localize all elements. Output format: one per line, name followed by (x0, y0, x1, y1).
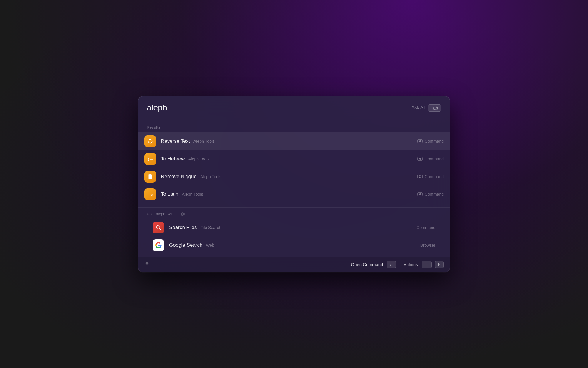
google-search-icon (153, 239, 164, 251)
tab-badge: Tab (428, 104, 441, 112)
bottom-divider (400, 262, 400, 268)
to-hebrew-icon: נ← (144, 153, 156, 165)
to-latin-name: To Latin (161, 191, 178, 197)
to-hebrew-name: To Hebrew (161, 156, 185, 162)
cmd-key-badge: ⌘ (422, 261, 432, 268)
k-key-badge: K (435, 261, 444, 268)
command-icon-2 (417, 157, 423, 161)
bottom-bar: Open Command ↵ Actions ⌘ K (138, 257, 450, 272)
search-files-content: Search Files File Search (169, 225, 412, 231)
command-icon-4 (417, 192, 423, 196)
use-with-section: Use "aleph" with... Search Files File Se… (138, 207, 450, 257)
to-hebrew-shortcut: Command (417, 157, 444, 161)
remove-niqqud-name: Remove Niqqud (161, 174, 197, 180)
google-search-source: Web (206, 243, 214, 248)
result-item-remove-niqqud[interactable]: Remove Niqqud Aleph Tools Command (138, 168, 450, 185)
remove-niqqud-icon (144, 171, 156, 183)
reverse-text-content: Reverse Text Aleph Tools (161, 138, 413, 144)
to-latin-source: Aleph Tools (182, 192, 203, 197)
google-search-content: Google Search Web (169, 242, 416, 248)
to-latin-content: To Latin Aleph Tools (161, 191, 413, 197)
to-latin-shortcut-label: Command (425, 192, 444, 197)
reverse-text-shortcut-label: Command (425, 139, 444, 144)
to-hebrew-shortcut-label: Command (425, 157, 444, 161)
svg-text:→a: →a (147, 192, 153, 197)
search-files-name: Search Files (169, 225, 197, 231)
to-hebrew-source: Aleph Tools (188, 157, 209, 161)
command-icon (417, 139, 423, 143)
ask-ai-container: Ask AI Tab (411, 104, 441, 112)
mic-icon[interactable] (144, 261, 150, 268)
result-item-to-latin[interactable]: →a To Latin Aleph Tools Command (138, 185, 450, 203)
search-files-source: File Search (200, 225, 221, 230)
result-item-google-search[interactable]: Google Search Web Browser (147, 236, 441, 254)
remove-niqqud-shortcut-label: Command (425, 174, 444, 179)
command-icon-3 (417, 175, 423, 178)
reverse-text-name: Reverse Text (161, 138, 190, 144)
enter-key-badge: ↵ (387, 261, 396, 268)
remove-niqqud-shortcut: Command (417, 174, 444, 179)
reverse-text-shortcut: Command (417, 139, 444, 144)
search-bar: aleph Ask AI Tab (138, 96, 450, 120)
to-latin-shortcut: Command (417, 192, 444, 197)
search-input[interactable]: aleph (147, 103, 411, 112)
reverse-text-source: Aleph Tools (193, 139, 215, 144)
search-files-icon (153, 222, 164, 233)
open-command-label: Open Command (351, 262, 383, 267)
to-hebrew-content: To Hebrew Aleph Tools (161, 156, 413, 162)
svg-text:נ←: נ← (148, 157, 154, 162)
results-section-label: Results (138, 125, 450, 132)
google-search-shortcut-label: Browser (420, 243, 435, 248)
use-with-label-container: Use "aleph" with... (147, 212, 441, 216)
search-files-shortcut-label: Command (416, 225, 435, 230)
result-item-reverse-text[interactable]: Reverse Text Aleph Tools Command (138, 132, 450, 150)
to-latin-icon: →a (144, 188, 156, 200)
results-section: Results Reverse Text Aleph Tools Command (138, 120, 450, 206)
spotlight-window: aleph Ask AI Tab Results Reverse Text Al… (138, 96, 450, 272)
gear-icon[interactable] (181, 212, 185, 216)
use-with-text: Use "aleph" with... (147, 212, 178, 216)
remove-niqqud-source: Aleph Tools (200, 174, 221, 179)
actions-label[interactable]: Actions (403, 262, 418, 267)
reverse-text-icon (144, 135, 156, 147)
google-search-name: Google Search (169, 242, 202, 248)
result-item-search-files[interactable]: Search Files File Search Command (147, 219, 441, 236)
search-files-shortcut: Command (416, 225, 435, 230)
ask-ai-label[interactable]: Ask AI (411, 105, 425, 110)
google-search-shortcut: Browser (420, 243, 435, 248)
remove-niqqud-content: Remove Niqqud Aleph Tools (161, 174, 413, 180)
result-item-to-hebrew[interactable]: נ← To Hebrew Aleph Tools Command (138, 150, 450, 168)
